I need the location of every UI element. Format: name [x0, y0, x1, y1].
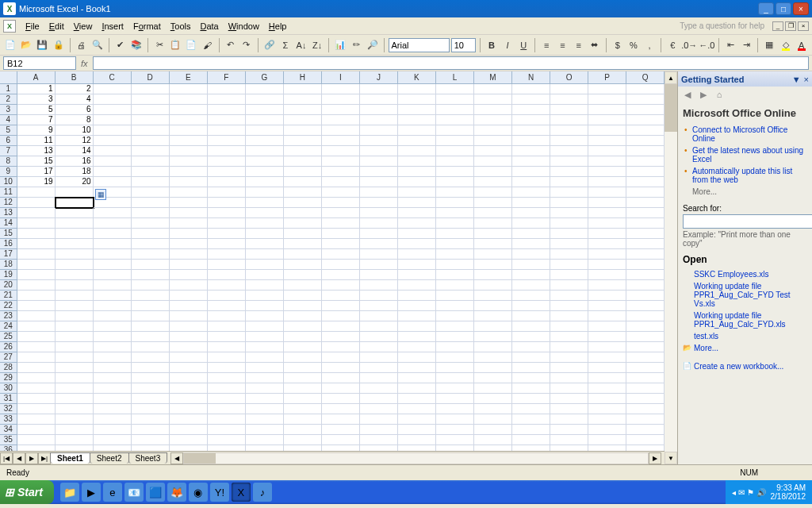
cell[interactable] — [56, 187, 94, 198]
cell[interactable] — [436, 363, 474, 373]
cell[interactable] — [550, 321, 588, 332]
cell[interactable] — [550, 352, 588, 363]
cell[interactable] — [474, 115, 512, 125]
cell[interactable] — [512, 136, 550, 146]
cell[interactable] — [398, 229, 436, 239]
cell[interactable] — [132, 125, 170, 136]
cell[interactable] — [284, 105, 322, 115]
tray-icon[interactable]: ✉ — [738, 488, 745, 497]
cell[interactable] — [284, 146, 322, 156]
taskbar-app1-icon[interactable]: 🟦 — [146, 483, 165, 502]
cell[interactable] — [360, 187, 398, 198]
cell[interactable] — [626, 177, 665, 187]
cell[interactable] — [284, 229, 322, 239]
cell[interactable] — [436, 270, 474, 280]
menu-file[interactable]: File — [21, 20, 44, 33]
cell[interactable] — [132, 84, 170, 94]
cell[interactable] — [322, 404, 360, 414]
cell[interactable] — [132, 249, 170, 260]
cell[interactable] — [474, 187, 512, 198]
cell[interactable] — [56, 332, 94, 342]
cell[interactable] — [322, 187, 360, 198]
cell[interactable] — [360, 249, 398, 260]
cell[interactable] — [436, 373, 474, 383]
cell[interactable] — [246, 445, 284, 451]
cell[interactable] — [246, 394, 284, 404]
cell[interactable] — [284, 84, 322, 94]
cell[interactable] — [512, 115, 550, 125]
cell[interactable] — [208, 373, 246, 383]
name-box[interactable]: B12 — [3, 56, 76, 70]
cell[interactable] — [626, 311, 665, 321]
column-header[interactable]: Q — [626, 71, 665, 83]
cell[interactable]: 17 — [17, 167, 56, 177]
cell[interactable] — [588, 146, 626, 156]
cell[interactable] — [626, 291, 665, 301]
cell[interactable] — [246, 332, 284, 342]
cell[interactable] — [246, 270, 284, 280]
cell[interactable] — [550, 383, 588, 394]
cell[interactable] — [360, 156, 398, 167]
row-header[interactable]: 7 — [0, 146, 17, 156]
cell[interactable] — [474, 218, 512, 229]
taskbar-outlook-icon[interactable]: 📧 — [124, 483, 144, 502]
cell[interactable] — [398, 84, 436, 94]
cell[interactable] — [512, 321, 550, 332]
cell[interactable] — [588, 136, 626, 146]
cell[interactable] — [322, 94, 360, 105]
cell[interactable] — [170, 270, 208, 280]
cell[interactable] — [474, 249, 512, 260]
cell[interactable] — [550, 239, 588, 249]
taskbar-itunes-icon[interactable]: ♪ — [253, 483, 272, 502]
cell[interactable] — [360, 445, 398, 451]
copy-button[interactable]: 📋 — [168, 37, 182, 53]
cell[interactable] — [360, 229, 398, 239]
cell[interactable] — [588, 187, 626, 198]
cell[interactable] — [208, 167, 246, 177]
cell[interactable] — [474, 321, 512, 332]
cell[interactable] — [436, 239, 474, 249]
row-header[interactable]: 26 — [0, 342, 17, 352]
cell[interactable] — [170, 445, 208, 451]
cell[interactable] — [588, 249, 626, 260]
cell[interactable] — [170, 198, 208, 208]
workbook-minimize-button[interactable]: _ — [772, 21, 783, 31]
zoom-button[interactable]: 🔎 — [365, 37, 379, 53]
cell[interactable] — [626, 146, 665, 156]
cell[interactable] — [398, 249, 436, 260]
cell[interactable] — [550, 208, 588, 218]
cell[interactable] — [170, 156, 208, 167]
cell[interactable] — [208, 94, 246, 105]
cell[interactable] — [132, 136, 170, 146]
row-header[interactable]: 15 — [0, 229, 17, 239]
cell[interactable] — [56, 218, 94, 229]
cell[interactable] — [94, 239, 132, 249]
cell[interactable] — [360, 332, 398, 342]
cell[interactable] — [360, 198, 398, 208]
row-header[interactable]: 22 — [0, 301, 17, 311]
cell[interactable] — [56, 404, 94, 414]
cell[interactable] — [398, 383, 436, 394]
cell[interactable] — [246, 239, 284, 249]
cell[interactable] — [94, 425, 132, 435]
taskpane-home-icon[interactable]: ⌂ — [713, 88, 726, 101]
sort-asc-button[interactable]: A↓ — [294, 37, 308, 53]
cell[interactable] — [626, 125, 665, 136]
align-left-button[interactable]: ≡ — [539, 37, 553, 53]
cell[interactable] — [360, 125, 398, 136]
cell[interactable] — [170, 187, 208, 198]
cell[interactable] — [246, 249, 284, 260]
cell[interactable] — [474, 311, 512, 321]
font-name-box[interactable]: Arial — [389, 38, 450, 52]
cell[interactable] — [512, 125, 550, 136]
cell[interactable] — [626, 94, 665, 105]
cell[interactable] — [56, 363, 94, 373]
cell[interactable] — [588, 198, 626, 208]
column-header[interactable]: I — [322, 71, 360, 83]
cell[interactable] — [588, 404, 626, 414]
cell[interactable] — [474, 208, 512, 218]
cell[interactable] — [550, 84, 588, 94]
cell[interactable] — [246, 177, 284, 187]
cell[interactable] — [398, 394, 436, 404]
cell[interactable] — [246, 167, 284, 177]
